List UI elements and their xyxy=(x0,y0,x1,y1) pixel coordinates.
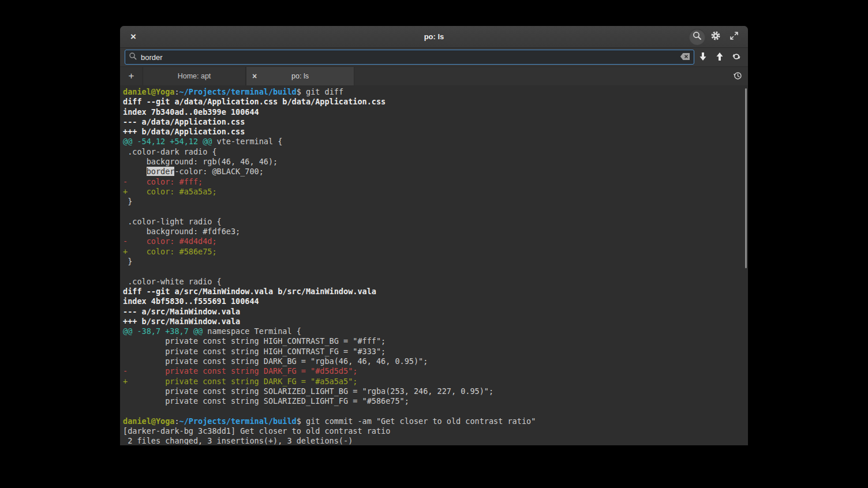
history-icon xyxy=(732,70,743,82)
backspace-icon xyxy=(680,52,690,62)
tab-bar: + Home: apt × po: ls xyxy=(120,67,748,85)
terminal-line: } xyxy=(123,197,748,207)
tab-bar-spacer xyxy=(354,67,727,85)
terminal-line: private const string HIGH_CONTRAST_BG = … xyxy=(123,336,748,346)
tab-close-button[interactable]: × xyxy=(252,72,257,80)
resize-icon xyxy=(729,31,739,42)
search-entry[interactable] xyxy=(125,50,694,65)
terminal-lines: daniel@Yoga:~/Projects/terminal/build$ g… xyxy=(123,87,748,445)
search-toggle-button[interactable] xyxy=(689,29,705,45)
tab-label: po: ls xyxy=(291,72,309,80)
terminal-line: index 7b340ad..0eb399e 100644 xyxy=(123,107,748,117)
window-title: po: ls xyxy=(120,32,748,41)
terminal-line: @@ -38,7 +38,7 @@ namespace Terminal { xyxy=(123,326,748,336)
terminal-line: +++ b/data/Application.css xyxy=(123,127,748,137)
tab-label: Home: apt xyxy=(178,72,211,80)
terminal-line: daniel@Yoga:~/Projects/terminal/build$ g… xyxy=(123,416,748,426)
terminal-line: .color-dark radio { xyxy=(123,147,748,157)
arrow-down-icon xyxy=(699,52,707,63)
restore-closed-tab-button[interactable] xyxy=(727,67,748,85)
terminal-line: private const string SOLARIZED_LIGHT_BG … xyxy=(123,386,748,396)
terminal-line: +++ b/src/MainWindow.vala xyxy=(123,317,748,326)
terminal-line: diff --git a/src/MainWindow.vala b/src/M… xyxy=(123,287,748,296)
terminal-line: diff --git a/data/Application.css b/data… xyxy=(123,97,748,107)
terminal-line: index 4bf5830..f555691 100644 xyxy=(123,296,748,306)
terminal-line: background: rgb(46, 46, 46); xyxy=(123,157,748,167)
terminal-line: --- a/src/MainWindow.vala xyxy=(123,307,748,317)
terminal-line: [darker-dark-bg 3c38dd1] Get closer to o… xyxy=(123,426,748,436)
clear-search-button[interactable] xyxy=(680,52,690,62)
new-tab-button[interactable]: + xyxy=(120,67,143,85)
titlebar-actions xyxy=(689,29,742,45)
search-previous-button[interactable] xyxy=(711,49,728,65)
search-icon xyxy=(692,31,702,43)
settings-button[interactable] xyxy=(708,29,724,45)
search-icon xyxy=(129,52,137,63)
terminal-line: .color-white radio { xyxy=(123,277,748,287)
terminal-line: border-color: @BLACK_700; xyxy=(123,167,748,177)
terminal-line: background: #fdf6e3; xyxy=(123,227,748,237)
terminal-line: - color: #fff; xyxy=(123,177,748,187)
terminal-line xyxy=(123,266,748,276)
terminal-line xyxy=(123,407,748,416)
terminal-line: - private const string DARK_FG = "#d5d5d… xyxy=(123,366,748,376)
arrow-up-icon xyxy=(716,52,724,63)
tab-home-apt[interactable]: Home: apt xyxy=(143,67,246,85)
search-next-button[interactable] xyxy=(694,49,711,65)
search-bar xyxy=(120,48,748,67)
scrollbar[interactable] xyxy=(745,88,747,268)
terminal-line: private const string HIGH_CONTRAST_FG = … xyxy=(123,347,748,356)
search-wrap-around-button[interactable] xyxy=(728,49,744,65)
terminal-line: @@ -54,12 +54,12 @@ vte-terminal { xyxy=(123,137,748,147)
window-close-button[interactable]: × xyxy=(126,29,141,44)
terminal-line: + color: #a5a5a5; xyxy=(123,187,748,197)
gear-icon xyxy=(710,31,721,43)
terminal-line: --- a/data/Application.css xyxy=(123,117,748,127)
terminal-line: 2 files changed, 3 insertions(+), 3 dele… xyxy=(123,436,748,445)
terminal-line: private const string DARK_BG = "rgba(46,… xyxy=(123,356,748,366)
desktop-background: × po: ls xyxy=(0,0,868,488)
terminal-line: - color: #4d4d4d; xyxy=(123,237,748,246)
tab-po-ls[interactable]: × po: ls xyxy=(246,67,354,85)
terminal-line: private const string SOLARIZED_LIGHT_FG … xyxy=(123,396,748,406)
terminal-line xyxy=(123,207,748,217)
terminal-line: } xyxy=(123,257,748,266)
terminal-line: .color-light radio { xyxy=(123,217,748,227)
terminal-line: + private const string DARK_FG = "#a5a5a… xyxy=(123,377,748,386)
search-input[interactable] xyxy=(141,53,676,62)
terminal-line: daniel@Yoga:~/Projects/terminal/build$ g… xyxy=(123,87,748,97)
terminal-line: + color: #586e75; xyxy=(123,247,748,257)
terminal-window: × po: ls xyxy=(120,26,748,445)
titlebar: × po: ls xyxy=(120,26,748,48)
fullscreen-button[interactable] xyxy=(726,29,742,45)
terminal-output[interactable]: daniel@Yoga:~/Projects/terminal/build$ g… xyxy=(120,85,748,445)
wrap-around-icon xyxy=(732,52,741,63)
